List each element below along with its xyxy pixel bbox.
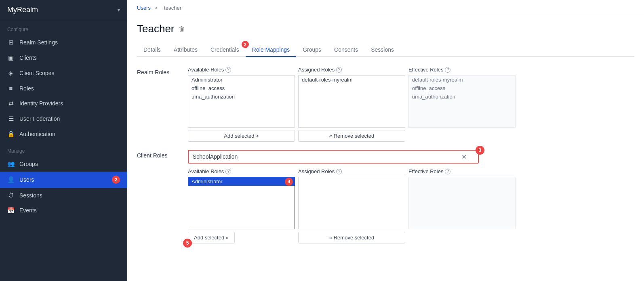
- tab-details[interactable]: Details: [137, 43, 167, 57]
- sidebar-item-realm-settings[interactable]: ⊞ Realm Settings: [0, 35, 127, 50]
- realm-assigned-label: Assigned Roles: [298, 67, 335, 73]
- realm-roles-content: Available Roles ? Administrator offline_…: [188, 67, 516, 142]
- client-roles-grid: Available Roles ? Administrator 4 5 Add …: [188, 168, 516, 243]
- client-effective-header: Effective Roles ?: [408, 168, 516, 174]
- realm-available-header: Available Roles ?: [188, 67, 295, 73]
- client-assigned-listbox[interactable]: [298, 177, 405, 229]
- available-help-icon[interactable]: ?: [225, 67, 231, 73]
- tab-details-label: Details: [143, 46, 161, 53]
- clear-icon[interactable]: ✕: [461, 153, 467, 161]
- list-item[interactable]: uma_authorization: [188, 92, 295, 101]
- realm-effective-label: Effective Roles: [408, 67, 443, 73]
- tab-consents[interactable]: Consents: [328, 43, 364, 57]
- sidebar-item-groups[interactable]: 👥 Groups: [0, 156, 127, 172]
- tab-credentials-label: Credentials: [210, 46, 239, 53]
- realm-name: MyRealm: [7, 6, 38, 14]
- sidebar-item-roles[interactable]: ≡ Roles: [0, 81, 127, 96]
- tab-attributes[interactable]: Attributes: [167, 43, 204, 57]
- tab-consents-label: Consents: [334, 46, 358, 53]
- configure-section-label: Configure: [0, 20, 127, 35]
- breadcrumb-current: teacher: [164, 5, 181, 11]
- page-content: Teacher 🗑 Details Attributes Credentials…: [127, 16, 644, 281]
- realm-selector[interactable]: MyRealm ▾: [0, 0, 127, 20]
- tab-sessions[interactable]: Sessions: [364, 43, 400, 57]
- realm-effective-header: Effective Roles ?: [408, 67, 516, 73]
- tab-attributes-label: Attributes: [174, 46, 198, 53]
- sidebar-item-label: Sessions: [19, 192, 42, 199]
- client-available-column: Available Roles ? Administrator 4 5 Add …: [188, 168, 295, 243]
- realm-available-listbox[interactable]: Administrator offline_access uma_authori…: [188, 75, 295, 128]
- client-available-header: Available Roles ?: [188, 168, 295, 174]
- client-available-listbox[interactable]: Administrator 4: [188, 177, 295, 229]
- client-effective-listbox: [408, 177, 516, 229]
- step-badge-4: 4: [285, 178, 293, 186]
- realm-available-column: Available Roles ? Administrator offline_…: [188, 67, 295, 142]
- add-selected-button[interactable]: Add selected >: [188, 130, 295, 142]
- client-available-help-icon[interactable]: ?: [225, 169, 231, 174]
- remove-selected-button[interactable]: « Remove selected: [298, 130, 405, 142]
- authentication-icon: 🔒: [7, 130, 15, 138]
- client-roles-input-wrap: ✕: [188, 150, 479, 164]
- client-scopes-icon: ◈: [7, 69, 15, 77]
- realm-assigned-listbox[interactable]: default-roles-myrealm: [298, 75, 405, 128]
- tab-role-mappings[interactable]: Role Mappings: [246, 43, 296, 57]
- client-assigned-header: Assigned Roles ?: [298, 168, 405, 174]
- sidebar-item-label: Events: [19, 207, 37, 214]
- client-assigned-column: Assigned Roles ? « Remove selected: [298, 168, 405, 243]
- sidebar-item-identity-providers[interactable]: ⇄ Identity Providers: [0, 96, 127, 111]
- tab-bar: Details Attributes Credentials 2 Role Ma…: [137, 43, 634, 57]
- client-assigned-label: Assigned Roles: [298, 168, 335, 174]
- events-icon: 📅: [7, 207, 15, 214]
- add-selected-wrap: 5 Add selected »: [188, 232, 295, 243]
- realm-available-label: Available Roles: [188, 67, 224, 73]
- list-item: offline_access: [409, 84, 515, 92]
- sidebar-item-label: Roles: [19, 85, 34, 92]
- sidebar-item-label: User Federation: [19, 115, 60, 122]
- chevron-down-icon: ▾: [118, 7, 120, 13]
- step-badge-3: 3: [476, 146, 484, 155]
- list-item[interactable]: offline_access: [188, 84, 295, 92]
- realm-assigned-header: Assigned Roles ?: [298, 67, 405, 73]
- client-effective-help-icon[interactable]: ?: [445, 169, 450, 174]
- sidebar-item-clients[interactable]: ▣ Clients: [0, 50, 127, 65]
- clients-icon: ▣: [7, 54, 15, 61]
- realm-roles-section: Realm Roles Available Roles ? Administra…: [137, 67, 634, 142]
- client-add-selected-button[interactable]: Add selected »: [188, 232, 235, 243]
- realm-effective-column: Effective Roles ? default-roles-myrealm …: [408, 67, 516, 128]
- sidebar-item-label: Client Scopes: [19, 70, 54, 76]
- tab-groups[interactable]: Groups: [296, 43, 328, 57]
- tab-credentials[interactable]: Credentials 2: [204, 43, 246, 57]
- sidebar-item-user-federation[interactable]: ☰ User Federation: [0, 111, 127, 126]
- breadcrumb-parent[interactable]: Users: [137, 5, 151, 11]
- sidebar-item-events[interactable]: 📅 Events: [0, 203, 127, 218]
- identity-providers-icon: ⇄: [7, 100, 15, 107]
- delete-icon[interactable]: 🗑: [179, 25, 185, 33]
- realm-roles-grid: Available Roles ? Administrator offline_…: [188, 67, 516, 142]
- client-roles-label: Client Roles: [137, 150, 181, 159]
- sidebar-item-label: Identity Providers: [19, 100, 63, 107]
- tab-role-mappings-label: Role Mappings: [252, 46, 290, 53]
- client-roles-input[interactable]: [189, 151, 478, 163]
- list-item[interactable]: Administrator 4: [188, 177, 295, 186]
- sidebar-item-sessions[interactable]: ⏱ Sessions: [0, 188, 127, 203]
- assigned-help-icon[interactable]: ?: [336, 67, 342, 73]
- manage-section-label: Manage: [0, 142, 127, 156]
- client-assigned-help-icon[interactable]: ?: [336, 169, 342, 174]
- effective-help-icon[interactable]: ?: [445, 67, 450, 73]
- sidebar-item-users[interactable]: 👤 Users 2: [0, 172, 127, 188]
- realm-assigned-column: Assigned Roles ? default-roles-myrealm «…: [298, 67, 405, 142]
- client-roles-section: Client Roles ✕ 3 Available Roles: [137, 150, 634, 243]
- client-available-label: Available Roles: [188, 168, 224, 174]
- list-item[interactable]: Administrator: [188, 75, 295, 84]
- client-effective-column: Effective Roles ?: [408, 168, 516, 229]
- list-item: default-roles-myrealm: [409, 75, 515, 84]
- sidebar-item-client-scopes[interactable]: ◈ Client Scopes: [0, 65, 127, 81]
- sidebar-item-authentication[interactable]: 🔒 Authentication: [0, 126, 127, 142]
- client-remove-selected-button[interactable]: « Remove selected: [298, 232, 405, 243]
- breadcrumb: Users > teacher: [127, 0, 644, 16]
- tab-groups-label: Groups: [303, 46, 321, 53]
- breadcrumb-separator: >: [155, 5, 159, 11]
- sidebar-item-label: Groups: [19, 161, 38, 167]
- list-item[interactable]: default-roles-myrealm: [299, 75, 405, 84]
- sidebar-item-label: Clients: [19, 55, 37, 61]
